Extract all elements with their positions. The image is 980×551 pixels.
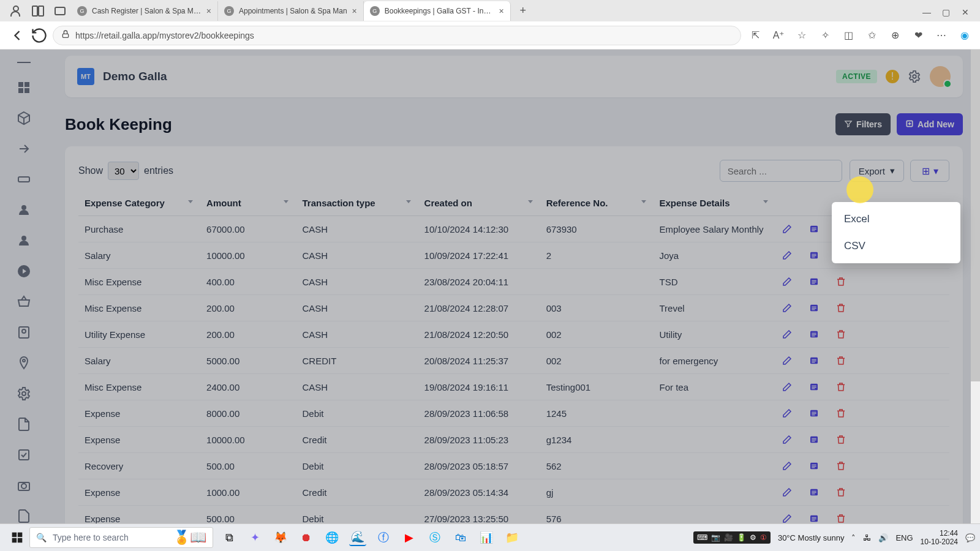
view-icon[interactable] (809, 276, 820, 287)
delete-icon[interactable] (835, 513, 846, 523)
skype-icon[interactable]: Ⓢ (426, 529, 443, 546)
edit-icon[interactable] (782, 434, 793, 445)
warning-icon[interactable]: ! (886, 70, 899, 83)
close-icon[interactable]: × (206, 6, 211, 16)
extensions-icon[interactable]: ✧ (818, 29, 832, 42)
collections-icon[interactable]: ⊕ (888, 29, 902, 42)
new-tab-button[interactable]: + (514, 2, 532, 20)
edit-icon[interactable] (782, 487, 793, 498)
ticket-icon[interactable] (17, 172, 31, 187)
delete-icon[interactable] (835, 302, 846, 313)
close-window-button[interactable]: ✕ (962, 7, 969, 15)
action-center-icon[interactable]: 💬 (965, 533, 975, 542)
gear-icon[interactable] (908, 70, 921, 83)
record-icon[interactable]: ⏺ (298, 529, 315, 546)
view-icon[interactable] (809, 460, 820, 471)
view-icon[interactable] (809, 434, 820, 445)
sound-icon[interactable]: 🔊 (878, 533, 888, 542)
refresh-button[interactable] (31, 27, 48, 44)
view-icon[interactable] (809, 487, 820, 498)
document-icon[interactable] (17, 417, 31, 432)
settings-icon[interactable] (17, 386, 31, 401)
delete-icon[interactable] (835, 276, 846, 287)
back-button[interactable] (9, 27, 26, 44)
taskbar-search[interactable]: 🔍 Type here to search 🏅📖 (29, 527, 213, 548)
menu-toggle-icon[interactable] (17, 61, 31, 64)
youtube-icon[interactable]: ▶ (401, 529, 418, 546)
arrow-right-icon[interactable] (17, 141, 31, 156)
view-icon[interactable] (809, 513, 820, 523)
chrome-icon[interactable]: 🌐 (323, 529, 341, 546)
camera-icon[interactable] (17, 478, 31, 493)
export-csv-item[interactable]: CSV (832, 233, 960, 260)
read-aloud-icon[interactable]: A⁺ (772, 29, 785, 42)
view-icon[interactable] (809, 408, 820, 419)
delete-icon[interactable] (835, 460, 846, 471)
edit-icon[interactable] (782, 355, 793, 366)
split-icon[interactable]: ◫ (842, 29, 855, 42)
tray-chevron-icon[interactable]: ˄ (851, 533, 856, 542)
taskbar-clock[interactable]: 12:44 10-10-2024 (921, 529, 958, 547)
edit-icon[interactable] (782, 329, 793, 340)
basket-icon[interactable] (17, 294, 31, 309)
col-created[interactable]: Created on (418, 190, 540, 216)
view-icon[interactable] (809, 223, 820, 234)
favorites-list-icon[interactable]: ✩ (865, 29, 878, 42)
close-icon[interactable]: × (499, 6, 504, 16)
more-icon[interactable]: ⋯ (935, 29, 948, 42)
edit-icon[interactable] (782, 381, 793, 392)
delete-icon[interactable] (835, 381, 846, 392)
col-txn[interactable]: Transaction type (296, 190, 418, 216)
copilot-taskbar-icon[interactable]: ✦ (246, 529, 263, 546)
col-amount[interactable]: Amount (200, 190, 296, 216)
filters-button[interactable]: Filters (835, 113, 891, 135)
column-visibility-button[interactable]: ⊞ ▾ (910, 160, 949, 182)
pin-icon[interactable] (17, 356, 31, 370)
dashboard-icon[interactable] (17, 80, 31, 95)
view-icon[interactable] (809, 355, 820, 366)
browser-tab-0[interactable]: G Cash Register | Salon & Spa Mana × (71, 1, 218, 21)
weather-widget[interactable]: 30°C Mostly sunny (778, 533, 845, 542)
firefox-icon[interactable]: 🦊 (272, 529, 289, 546)
network-icon[interactable]: 🖧 (863, 533, 871, 542)
url-input[interactable]: https://retail.galla.app/mystorev2/bookk… (53, 26, 741, 45)
col-details[interactable]: Expense Details (654, 190, 775, 216)
facebook-icon[interactable]: ⓕ (375, 529, 392, 546)
col-ref[interactable]: Reference No. (540, 190, 654, 216)
workspaces-icon[interactable] (31, 4, 45, 18)
edit-icon[interactable] (782, 250, 793, 261)
start-button[interactable] (11, 531, 23, 544)
view-icon[interactable] (809, 302, 820, 313)
edit-icon[interactable] (782, 223, 793, 234)
view-icon[interactable] (809, 250, 820, 261)
check-box-icon[interactable] (17, 448, 31, 462)
copilot-icon[interactable]: ◉ (958, 29, 971, 42)
avatar[interactable] (930, 66, 951, 87)
view-icon[interactable] (809, 381, 820, 392)
vertical-scrollbar[interactable] (971, 50, 980, 523)
maximize-button[interactable]: ▢ (942, 7, 949, 15)
explorer-icon[interactable]: 📁 (503, 529, 521, 546)
add-new-button[interactable]: Add New (897, 113, 963, 135)
open-external-icon[interactable]: ⇱ (748, 29, 762, 42)
edit-icon[interactable] (782, 276, 793, 287)
view-icon[interactable] (809, 329, 820, 340)
profile-icon[interactable] (9, 4, 23, 18)
col-category[interactable]: Expense Category (78, 190, 200, 216)
package-icon[interactable] (17, 111, 31, 126)
delete-icon[interactable] (835, 408, 846, 419)
contacts-icon[interactable] (17, 325, 31, 340)
close-icon[interactable]: × (352, 6, 357, 16)
shopping-icon[interactable]: ❤ (911, 29, 925, 42)
edit-icon[interactable] (782, 302, 793, 313)
edit-icon[interactable] (782, 408, 793, 419)
delete-icon[interactable] (835, 355, 846, 366)
minimize-button[interactable]: — (922, 7, 930, 15)
tabs-icon[interactable] (53, 4, 67, 18)
browser-tab-1[interactable]: G Appointments | Salon & Spa Man × (218, 1, 364, 21)
search-input[interactable] (720, 160, 842, 182)
delete-icon[interactable] (835, 487, 846, 498)
delete-icon[interactable] (835, 434, 846, 445)
export-excel-item[interactable]: Excel (832, 206, 960, 233)
entries-select[interactable]: 30 (108, 162, 139, 180)
